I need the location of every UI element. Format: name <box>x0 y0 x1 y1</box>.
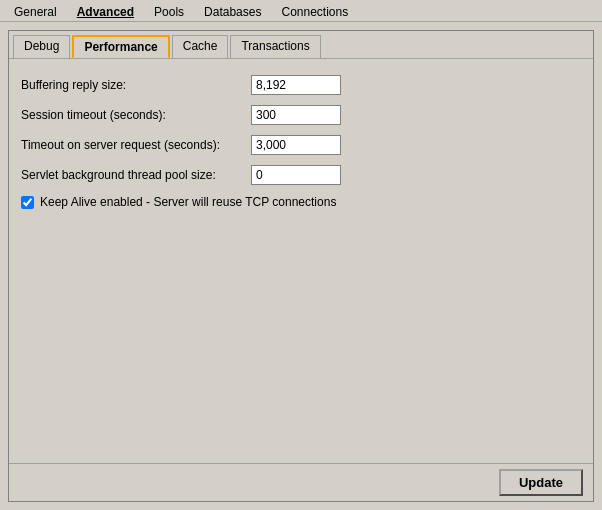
tab-content-performance: Buffering reply size: Session timeout (s… <box>9 58 593 463</box>
servlet-pool-row: Servlet background thread pool size: <box>21 165 581 185</box>
tab-performance[interactable]: Performance <box>72 35 169 58</box>
buffering-reply-input[interactable] <box>251 75 341 95</box>
server-request-timeout-row: Timeout on server request (seconds): <box>21 135 581 155</box>
keepalive-checkbox[interactable] <box>21 196 34 209</box>
main-content: Debug Performance Cache Transactions Buf… <box>0 22 602 510</box>
top-nav: General Advanced Pools Databases Connect… <box>0 0 602 22</box>
servlet-pool-input[interactable] <box>251 165 341 185</box>
server-request-timeout-label: Timeout on server request (seconds): <box>21 138 251 152</box>
nav-advanced[interactable]: Advanced <box>67 3 144 21</box>
server-request-timeout-input[interactable] <box>251 135 341 155</box>
buffering-reply-label: Buffering reply size: <box>21 78 251 92</box>
keepalive-row: Keep Alive enabled - Server will reuse T… <box>21 195 581 209</box>
tab-bar: Debug Performance Cache Transactions <box>9 31 593 58</box>
bottom-bar: Update <box>9 463 593 501</box>
session-timeout-label: Session timeout (seconds): <box>21 108 251 122</box>
keepalive-label: Keep Alive enabled - Server will reuse T… <box>40 195 336 209</box>
nav-connections[interactable]: Connections <box>271 3 358 21</box>
nav-general[interactable]: General <box>4 3 67 21</box>
panel: Debug Performance Cache Transactions Buf… <box>8 30 594 502</box>
tab-cache[interactable]: Cache <box>172 35 229 58</box>
tab-debug[interactable]: Debug <box>13 35 70 58</box>
tab-transactions[interactable]: Transactions <box>230 35 320 58</box>
buffering-reply-row: Buffering reply size: <box>21 75 581 95</box>
update-button[interactable]: Update <box>499 469 583 496</box>
nav-pools[interactable]: Pools <box>144 3 194 21</box>
session-timeout-input[interactable] <box>251 105 341 125</box>
nav-databases[interactable]: Databases <box>194 3 271 21</box>
session-timeout-row: Session timeout (seconds): <box>21 105 581 125</box>
servlet-pool-label: Servlet background thread pool size: <box>21 168 251 182</box>
